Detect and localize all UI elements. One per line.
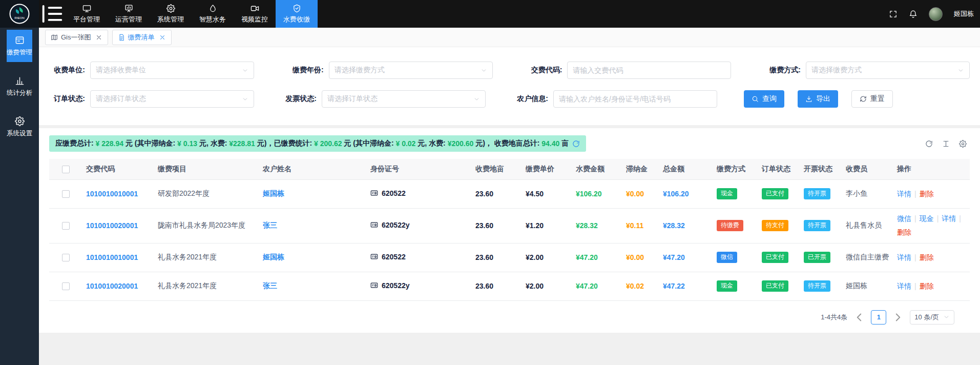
close-icon[interactable] (159, 34, 166, 41)
payment-year-select[interactable]: 请选择缴费方式 (329, 62, 493, 79)
summary-segment: 收费地亩总计: (492, 139, 541, 148)
action-link[interactable]: 详情 (897, 253, 911, 261)
water-drop-icon (208, 4, 217, 13)
id-number: 620522y (382, 281, 410, 290)
payment-code-link[interactable]: 1010010020001 (86, 221, 138, 230)
row-checkbox[interactable] (62, 222, 70, 230)
summary-segment: 元, 水费: (415, 139, 447, 148)
topbar-right: 姬国栋 (889, 0, 980, 28)
payment-icon (15, 35, 25, 45)
total-amount: ¥28.32 (663, 221, 685, 230)
select-all-checkbox[interactable] (62, 166, 70, 173)
column-header: 水费金额 (572, 159, 622, 179)
column-header: 交费代码 (82, 159, 154, 179)
area-value: 23.60 (475, 253, 493, 261)
total-amount: ¥106.20 (663, 190, 689, 198)
payment-method-field: 缴费方式:请选择缴费方式 (765, 62, 970, 79)
reset-button[interactable]: 重置 (851, 90, 893, 108)
page-size-select[interactable]: 10 条/页 (910, 310, 954, 325)
payment-code-link[interactable]: 1010010010001 (86, 190, 138, 198)
summary-segment: 已缴费统计: (274, 139, 314, 148)
order-status-select[interactable]: 请选择订单状态 (90, 90, 254, 108)
topnav-item-3[interactable]: 智慧水务 (192, 0, 234, 28)
search-icon (752, 95, 759, 103)
charge-unit-select[interactable]: 请选择收费单位 (90, 62, 254, 79)
payment-code-field: 交费代码: (526, 62, 731, 79)
action-link[interactable]: 现金 (920, 214, 934, 222)
action-link[interactable]: 微信 (897, 214, 911, 222)
tab-payment-list[interactable]: 缴费清单 (112, 30, 172, 45)
collapse-menu-icon[interactable] (39, 0, 66, 28)
farmer-name-link[interactable]: 张三 (263, 221, 277, 229)
row-checkbox[interactable] (62, 254, 70, 261)
topnav-item-4[interactable]: 视频监控 (234, 0, 276, 28)
column-header: 收费地亩 (471, 159, 522, 179)
tab-gis-map[interactable]: Gis一张图 (45, 30, 108, 45)
farmer-name-link[interactable]: 姬国栋 (263, 189, 284, 197)
video-camera-icon (251, 4, 259, 13)
row-checkbox[interactable] (62, 282, 70, 290)
column-height-icon[interactable] (942, 140, 950, 148)
action-link[interactable]: 详情 (942, 214, 956, 222)
farmer-name-link[interactable]: 张三 (263, 281, 277, 290)
action-link[interactable]: 详情 (897, 282, 911, 290)
chevron-down-icon (242, 67, 248, 74)
action-link[interactable]: 删除 (920, 253, 934, 261)
prev-page-button[interactable] (852, 310, 866, 325)
filter-label: 订单状态: (49, 94, 85, 104)
unit-price: ¥2.00 (526, 253, 544, 261)
pagination-total: 1-4共4条 (821, 313, 847, 322)
refresh-icon[interactable] (925, 140, 933, 148)
settings-icon (15, 116, 25, 126)
summary-segment: 94.40 (541, 139, 559, 148)
sidebar-item-0[interactable]: 缴费管理 (7, 30, 32, 62)
column-header: 身份证号 (366, 159, 471, 179)
gear-icon[interactable] (959, 140, 967, 148)
table-tool-icons (925, 140, 970, 148)
column-header: 农户姓名 (259, 159, 366, 179)
app-logo: RIEON (0, 0, 39, 28)
export-button-label: 导出 (816, 94, 830, 104)
close-icon[interactable] (95, 34, 102, 41)
summary-segment: ¥ 0.13 (177, 139, 197, 148)
action-link[interactable]: 详情 (897, 190, 911, 198)
topnav-item-0[interactable]: 平台管理 (66, 0, 108, 28)
next-page-button[interactable] (891, 310, 905, 325)
action-link[interactable]: 删除 (920, 190, 934, 198)
unit-price: ¥4.50 (526, 190, 544, 198)
current-page[interactable]: 1 (871, 310, 886, 325)
search-button[interactable]: 查询 (744, 90, 784, 108)
collector-name: 礼县售水员 (846, 221, 882, 229)
invoice-status-select[interactable]: 请选择订单状态 (322, 90, 486, 108)
farmer-info-input[interactable] (553, 90, 717, 108)
farmer-name-link[interactable]: 姬国栋 (263, 253, 284, 261)
collector-name: 李小鱼 (846, 189, 867, 197)
late-fee: ¥0.02 (626, 282, 644, 290)
page-size-label: 10 条/页 (914, 313, 939, 322)
action-link[interactable]: 删除 (920, 282, 934, 290)
fullscreen-icon[interactable] (889, 10, 898, 18)
sidebar-item-1[interactable]: 统计分析 (7, 70, 32, 103)
column-header: 订单状态 (758, 159, 800, 179)
status-badge: 现金 (717, 280, 737, 292)
topnav-item-5[interactable]: 水费收缴 (276, 0, 318, 28)
column-header: 操作 (893, 159, 970, 179)
refresh-icon[interactable] (572, 140, 580, 148)
payment-code-link[interactable]: 1010010010001 (86, 253, 138, 261)
topnav-item-2[interactable]: 系统管理 (150, 0, 192, 28)
bell-icon[interactable] (909, 10, 918, 18)
payment-code-link[interactable]: 1010010020001 (86, 282, 138, 290)
topnav-item-1[interactable]: 运营管理 (108, 0, 150, 28)
sidebar-item-2[interactable]: 系统设置 (7, 111, 32, 143)
payment-method-select[interactable]: 请选择缴费方式 (806, 62, 970, 79)
chevron-down-icon (481, 67, 487, 74)
status-badge: 已开票 (804, 252, 830, 263)
id-card-icon (370, 281, 378, 289)
topbar: 平台管理运营管理系统管理智慧水务视频监控水费收缴 姬国栋 (39, 0, 980, 28)
avatar[interactable] (929, 7, 943, 21)
payment-code-input[interactable] (567, 62, 731, 79)
action-separator: | (914, 253, 916, 261)
action-link[interactable]: 删除 (897, 228, 911, 236)
row-checkbox[interactable] (62, 190, 70, 198)
export-button[interactable]: 导出 (798, 90, 838, 108)
